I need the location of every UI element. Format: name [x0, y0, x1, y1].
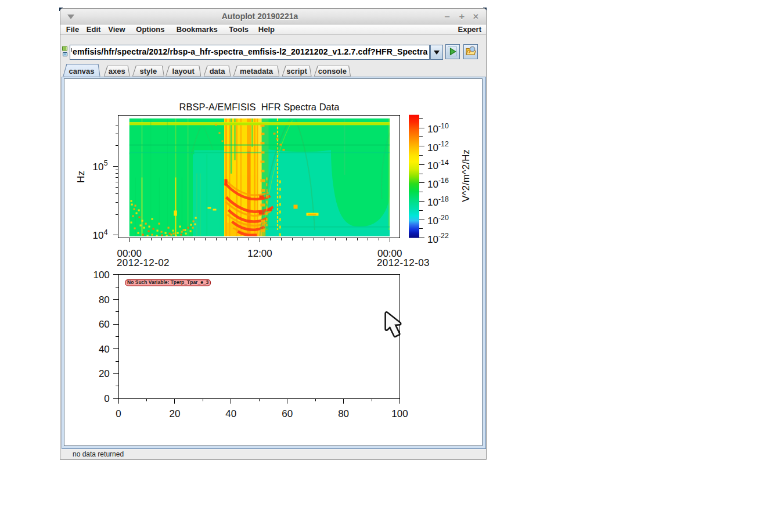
svg-text:60: 60 [98, 319, 109, 330]
svg-text:10: 10 [427, 160, 438, 171]
svg-text:RBSP-A/EMFISIS HFR Spectra Da: RBSP-A/EMFISIS HFR Spectra Data [179, 101, 340, 112]
svg-text:10: 10 [427, 197, 438, 208]
svg-text:0: 0 [104, 393, 109, 404]
svg-text:-10: -10 [438, 121, 449, 130]
svg-text:20: 20 [98, 368, 109, 379]
svg-text:100: 100 [391, 408, 408, 419]
svg-text:10: 10 [427, 178, 438, 189]
svg-text:-20: -20 [438, 213, 449, 221]
svg-text:80: 80 [338, 408, 349, 419]
svg-text:10: 10 [427, 124, 438, 135]
svg-text:10: 10 [427, 142, 438, 153]
svg-text:-22: -22 [438, 232, 449, 240]
svg-text:10: 10 [427, 215, 438, 227]
svg-text:V^2/m^2/Hz: V^2/m^2/Hz [460, 149, 471, 202]
svg-text:4: 4 [103, 228, 107, 236]
svg-text:-18: -18 [438, 195, 449, 203]
svg-text:10: 10 [92, 161, 103, 172]
svg-text:40: 40 [98, 343, 109, 354]
svg-text:80: 80 [98, 294, 109, 305]
svg-text:10: 10 [92, 230, 103, 241]
svg-text:60: 60 [282, 408, 293, 419]
svg-text:20: 20 [169, 408, 180, 419]
svg-text:No Such Variable: Tperp_Tpar_e: No Such Variable: Tperp_Tpar_e_3 [127, 279, 209, 285]
svg-text:40: 40 [225, 408, 236, 419]
svg-text:2012-12-02: 2012-12-02 [117, 257, 170, 268]
svg-text:5: 5 [103, 159, 107, 167]
svg-text:Hz: Hz [75, 171, 87, 183]
svg-text:10: 10 [427, 233, 438, 245]
svg-text:-12: -12 [438, 140, 449, 148]
svg-text:12:00: 12:00 [247, 247, 272, 258]
svg-text:2012-12-03: 2012-12-03 [377, 257, 430, 268]
svg-text:100: 100 [93, 269, 109, 280]
svg-text:-14: -14 [438, 158, 449, 166]
svg-text:-16: -16 [438, 177, 449, 185]
svg-text:0: 0 [116, 408, 121, 419]
